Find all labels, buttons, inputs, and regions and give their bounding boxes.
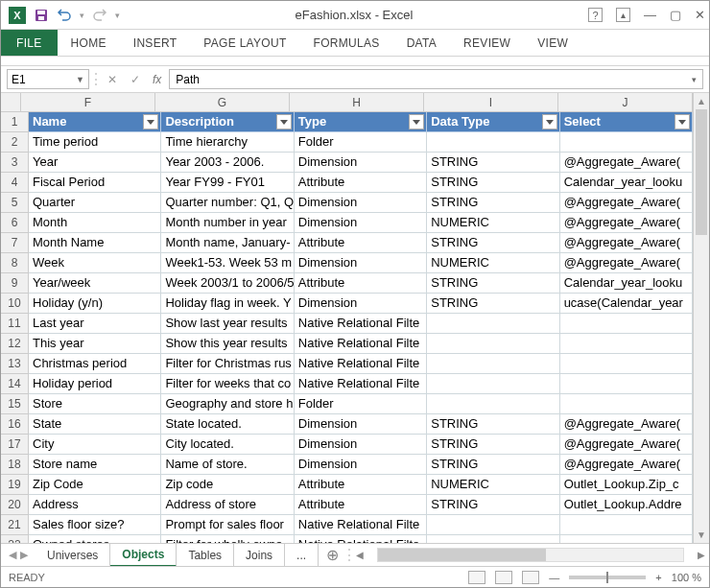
cell[interactable]: Folder — [295, 132, 427, 153]
undo-icon[interactable] — [57, 8, 72, 23]
cell[interactable] — [560, 354, 693, 374]
row-header[interactable]: 10 — [1, 294, 28, 314]
cell[interactable] — [427, 374, 559, 394]
cell[interactable]: Dimension — [295, 193, 427, 213]
cell[interactable]: Year 2003 - 2006. — [161, 153, 294, 173]
table-column-header[interactable]: Description — [161, 112, 294, 132]
sheet-tab[interactable]: ... — [285, 544, 319, 567]
help-button[interactable]: ? — [588, 8, 603, 22]
cell[interactable]: @Aggregate_Aware( — [560, 414, 693, 435]
cell[interactable]: STRING — [427, 455, 559, 475]
column-header[interactable]: F — [21, 93, 155, 111]
close-button[interactable]: ✕ — [695, 8, 705, 22]
row-header[interactable]: 21 — [1, 515, 28, 535]
horizontal-scrollbar[interactable]: ◀ ▶ — [352, 548, 709, 562]
cell[interactable]: STRING — [427, 153, 559, 173]
ribbon-collapse-icon[interactable]: ▴ — [616, 8, 630, 22]
cell[interactable]: STRING — [427, 193, 559, 213]
scroll-down-arrow[interactable]: ▼ — [694, 527, 709, 543]
tab-page-layout[interactable]: PAGE LAYOUT — [190, 30, 299, 56]
cell[interactable]: Geography and store h — [161, 394, 294, 414]
cell[interactable]: Attribute — [295, 233, 427, 253]
cell[interactable]: STRING — [427, 414, 559, 435]
view-break-icon[interactable] — [522, 571, 539, 584]
column-header[interactable]: H — [290, 93, 424, 111]
table-column-header[interactable]: Name — [29, 112, 161, 132]
cell[interactable]: @Aggregate_Aware( — [560, 213, 693, 233]
cell[interactable]: Name of store. — [161, 455, 294, 475]
cell[interactable]: Address of store — [161, 495, 294, 515]
vscroll-thumb[interactable] — [696, 109, 707, 235]
column-header[interactable]: G — [155, 93, 290, 111]
cell[interactable]: NUMERIC — [427, 213, 559, 233]
cell[interactable]: STRING — [427, 435, 559, 455]
cell[interactable]: Dimension — [295, 455, 427, 475]
tab-view[interactable]: VIEW — [524, 30, 581, 56]
cell[interactable]: Filter for wholly owne — [161, 535, 294, 543]
cell[interactable]: Month name, January- — [161, 233, 294, 253]
row-header[interactable]: 8 — [1, 253, 28, 273]
cell[interactable]: Show last year results — [161, 314, 294, 334]
cell[interactable]: Attribute — [295, 173, 427, 193]
row-header[interactable]: 2 — [1, 132, 28, 153]
cell[interactable]: Last year — [29, 314, 161, 334]
cell[interactable]: @Aggregate_Aware( — [560, 193, 693, 213]
accept-formula-icon[interactable]: ✓ — [126, 73, 145, 86]
cell[interactable]: Native Relational Filte — [295, 314, 427, 334]
cell[interactable]: Filter for Christmas rus — [161, 354, 294, 374]
cell[interactable]: Calendar_year_looku — [560, 173, 693, 193]
cell[interactable] — [560, 314, 693, 334]
sheet-tab[interactable]: Tables — [177, 544, 234, 567]
cell[interactable]: This year — [29, 334, 161, 354]
cell[interactable]: Dimension — [295, 213, 427, 233]
scroll-left-arrow[interactable]: ◀ — [356, 550, 364, 560]
cell[interactable]: @Aggregate_Aware( — [560, 233, 693, 253]
filter-dropdown-icon[interactable] — [674, 114, 690, 129]
cell[interactable] — [427, 314, 559, 334]
row-header[interactable]: 4 — [1, 173, 28, 193]
cell[interactable]: Address — [29, 495, 161, 515]
cell[interactable]: State located. — [161, 414, 294, 435]
cell[interactable]: Time period — [29, 132, 161, 153]
cell[interactable]: Zip code — [161, 475, 294, 495]
cell[interactable]: Year/week — [29, 273, 161, 294]
cell[interactable]: Attribute — [295, 273, 427, 294]
row-header[interactable]: 15 — [1, 394, 28, 414]
cell[interactable]: Attribute — [295, 475, 427, 495]
cell[interactable] — [560, 394, 693, 414]
maximize-button[interactable]: ▢ — [670, 8, 681, 22]
cell[interactable]: Owned stores — [29, 535, 161, 543]
chevron-down-icon[interactable]: ▼ — [76, 75, 84, 84]
cell[interactable]: Store — [29, 394, 161, 414]
cell[interactable]: STRING — [427, 294, 559, 314]
excel-app-icon[interactable] — [9, 7, 26, 24]
table-column-header[interactable]: Select — [560, 112, 693, 132]
filter-dropdown-icon[interactable] — [409, 114, 424, 129]
cell[interactable]: Year — [29, 153, 161, 173]
fx-icon[interactable]: fx — [149, 73, 165, 86]
minimize-button[interactable]: — — [644, 8, 656, 22]
cell[interactable]: STRING — [427, 495, 559, 515]
cell[interactable]: Week 2003/1 to 2006/5 — [161, 273, 294, 294]
row-header[interactable]: 20 — [1, 495, 28, 515]
cell[interactable]: Outlet_Lookup.Zip_c — [560, 475, 693, 495]
cell[interactable]: Filter for weeks that co — [161, 374, 294, 394]
tab-insert[interactable]: INSERT — [120, 30, 191, 56]
table-column-header[interactable]: Type — [295, 112, 427, 132]
cell[interactable]: Dimension — [295, 253, 427, 273]
cell[interactable] — [427, 132, 559, 153]
cell[interactable]: Prompt for sales floor — [161, 515, 294, 535]
column-header[interactable]: I — [424, 93, 558, 111]
cell[interactable]: NUMERIC — [427, 475, 559, 495]
cell[interactable]: Native Relational Filte — [295, 354, 427, 374]
cell[interactable]: Store name — [29, 455, 161, 475]
zoom-level[interactable]: 100 % — [672, 572, 701, 583]
cell[interactable]: Zip Code — [29, 475, 161, 495]
row-header[interactable]: 6 — [1, 213, 28, 233]
cell[interactable]: Dimension — [295, 153, 427, 173]
cancel-formula-icon[interactable]: ✕ — [103, 73, 122, 86]
select-all-corner[interactable] — [1, 93, 21, 112]
vertical-scrollbar[interactable]: ▲ ▼ — [693, 93, 709, 543]
cell[interactable]: Month Name — [29, 233, 161, 253]
cell[interactable]: Month — [29, 213, 161, 233]
